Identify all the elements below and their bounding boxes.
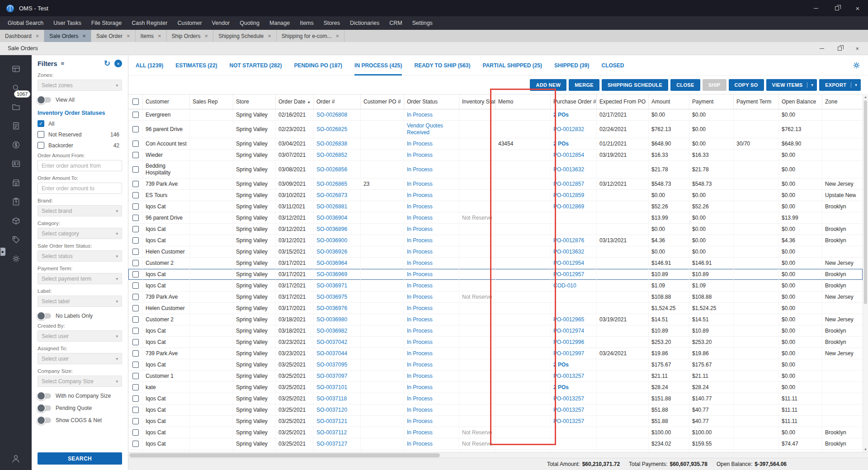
close-tab-icon[interactable]: × <box>205 33 208 39</box>
row-checkbox[interactable] <box>132 339 139 345</box>
subwindow-minimize-button[interactable] <box>820 48 824 49</box>
purchase-order-link[interactable]: PO-0012996 <box>553 339 584 346</box>
purchase-order-link[interactable]: PO-0013257 <box>553 418 584 425</box>
menu-item-user-tasks[interactable]: User Tasks <box>48 16 86 30</box>
column-header-payment_term[interactable]: Payment Term <box>734 94 779 109</box>
dropdown-caret-icon[interactable]: ▾ <box>807 83 817 87</box>
order-status-link[interactable]: Vendor Quotes Received <box>407 122 456 136</box>
order-status-link[interactable]: In Process <box>407 373 433 380</box>
filter-select-brand[interactable]: Select brand▾ <box>38 205 122 216</box>
store-icon[interactable] <box>11 178 21 188</box>
column-header-expected_from_po[interactable]: Expected From PO <box>597 94 649 109</box>
purchase-order-link[interactable]: PO-0013632 <box>553 249 584 255</box>
menu-item-global-search[interactable]: Global Search <box>3 16 48 30</box>
table-row[interactable]: EvergreenSpring Valley02/16/2021SO-00268… <box>128 109 863 121</box>
status-tab-in-process-425[interactable]: IN PROCESS (425) <box>354 55 402 75</box>
order-number-link[interactable]: SO-0037042 <box>316 339 347 346</box>
checkbox-icon[interactable] <box>38 131 44 138</box>
menu-item-settings[interactable]: Settings <box>407 16 438 30</box>
menu-item-stores[interactable]: Stores <box>319 16 345 30</box>
toggle-switch[interactable] <box>38 418 51 423</box>
table-row[interactable]: Bedding HospitalitySpring Valley03/08/20… <box>128 161 863 179</box>
menu-item-crm[interactable]: CRM <box>384 16 407 30</box>
order-status-link[interactable]: In Process <box>407 152 433 159</box>
order-status-link[interactable]: In Process <box>407 282 433 289</box>
column-header-sales_rep[interactable]: Sales Rep <box>190 94 233 109</box>
filter-toggle-no-labels-only[interactable]: No Labels Only <box>38 313 122 319</box>
toggle-switch[interactable] <box>38 393 51 399</box>
filter-select-zones[interactable]: Select zones▾ <box>38 80 122 91</box>
order-number-link[interactable]: SO-0026856 <box>316 166 347 173</box>
dropdown-caret-icon[interactable]: ▾ <box>851 83 861 87</box>
filter-checkbox-backorder[interactable]: Backorder42 <box>38 142 122 149</box>
row-checkbox[interactable] <box>132 226 139 232</box>
status-tab-pending-po-187[interactable]: PENDING PO (187) <box>294 55 342 75</box>
order-status-link[interactable]: In Process <box>407 429 433 436</box>
order-status-link[interactable]: In Process <box>407 203 433 210</box>
order-status-link[interactable]: In Process <box>407 418 433 425</box>
order-number-link[interactable]: SO-0037112 <box>316 429 347 436</box>
order-status-link[interactable]: In Process <box>407 112 433 118</box>
checkbox-icon[interactable]: ✓ <box>38 120 44 127</box>
filter-input-order-amount-to[interactable] <box>38 183 122 194</box>
column-header-customer[interactable]: Customer <box>143 94 190 109</box>
row-checkbox[interactable] <box>132 141 139 147</box>
row-checkbox[interactable] <box>132 152 139 158</box>
column-header-customer_po[interactable]: Customer PO # <box>361 94 404 109</box>
order-status-link[interactable]: In Process <box>407 249 433 255</box>
order-status-link[interactable]: In Process <box>407 362 433 368</box>
purchase-order-link[interactable]: 2 POs <box>553 362 569 368</box>
close-tab-icon[interactable]: × <box>158 33 161 39</box>
row-checkbox[interactable] <box>132 328 139 334</box>
purchase-order-link[interactable]: PO-0012857 <box>553 181 584 188</box>
purchase-order-link[interactable]: PO-0012869 <box>553 203 584 210</box>
row-checkbox[interactable] <box>132 362 139 368</box>
column-header-open_balance[interactable]: Open Balance <box>779 94 822 109</box>
purchase-order-link[interactable]: COD-010 <box>553 282 576 289</box>
labels-icon[interactable] <box>11 235 21 244</box>
row-checkbox[interactable] <box>132 316 139 323</box>
column-header-memo[interactable]: Memo <box>495 94 551 109</box>
doc-tab-shipping-schedule[interactable]: Shipping Schedule× <box>213 30 277 42</box>
menu-item-manage[interactable]: Manage <box>264 16 295 30</box>
row-checkbox[interactable] <box>132 192 139 198</box>
table-row[interactable]: WiederSpring Valley03/07/2021SO-0026852I… <box>128 150 863 161</box>
purchase-order-link[interactable]: PO-0012997 <box>553 350 584 357</box>
purchase-order-link[interactable]: PO-0013257 <box>553 373 584 380</box>
column-header-order_status[interactable]: Order Status <box>404 94 459 109</box>
table-row[interactable]: Customer 2Spring Valley03/18/2021SO-0036… <box>128 314 863 325</box>
status-tab-all-1239[interactable]: ALL (1239) <box>136 55 163 75</box>
filter-select-payment-term[interactable]: Select payment term▾ <box>38 273 122 284</box>
table-row[interactable]: Con Account testSpring Valley03/04/2021S… <box>128 138 863 150</box>
table-row[interactable]: Iqos CatSpring Valley03/12/2021SO-003690… <box>128 235 863 246</box>
menu-item-dictionaries[interactable]: Dictionaries <box>345 16 384 30</box>
status-tab-closed[interactable]: CLOSED <box>601 55 624 75</box>
row-checkbox[interactable] <box>132 181 139 187</box>
filter-checkbox-all[interactable]: ✓All <box>38 120 122 127</box>
order-status-link[interactable]: In Process <box>407 384 433 391</box>
menu-item-vendor[interactable]: Vendor <box>207 16 235 30</box>
subwindow-restore-button[interactable] <box>838 47 842 51</box>
purchase-order-link[interactable]: PO-0013632 <box>553 166 584 173</box>
order-number-link[interactable]: SO-0036975 <box>316 294 347 301</box>
doc-tab-sale-order[interactable]: Sale Order× <box>91 30 136 42</box>
order-number-link[interactable]: SO-0037118 <box>316 395 347 402</box>
order-number-link[interactable]: SO-0037097 <box>316 373 347 380</box>
table-row[interactable]: Iqos CatSpring Valley03/25/2021SO-003712… <box>128 438 863 450</box>
action-button-view-items[interactable]: VIEW ITEMS▾ <box>766 79 817 91</box>
doc-tab-ship-orders[interactable]: Ship Orders× <box>167 30 214 42</box>
purchase-order-link[interactable]: PO-0013257 <box>553 407 584 414</box>
order-status-link[interactable]: In Process <box>407 350 433 357</box>
purchase-order-link[interactable]: PO-0012876 <box>553 237 584 244</box>
filters-close-icon[interactable]: × <box>114 60 122 67</box>
table-row[interactable]: 739 Park AveSpring Valley03/09/2021SO-00… <box>128 179 863 190</box>
filter-select-created-by[interactable]: Select user▾ <box>38 330 122 342</box>
vertical-scrollbar[interactable]: ▲ ▼ <box>863 94 868 452</box>
filter-select-assigned-to[interactable]: Select user▾ <box>38 353 122 364</box>
table-row[interactable]: Iqos CatSpring Valley03/25/2021SO-003709… <box>128 359 863 371</box>
row-checkbox[interactable] <box>132 441 139 447</box>
order-status-link[interactable]: In Process <box>407 192 433 199</box>
purchase-order-link[interactable]: 2 POs <box>553 384 569 391</box>
table-row[interactable]: Iqos CatSpring Valley03/25/2021SO-003712… <box>128 416 863 427</box>
order-number-link[interactable]: SO-0036904 <box>316 215 347 221</box>
